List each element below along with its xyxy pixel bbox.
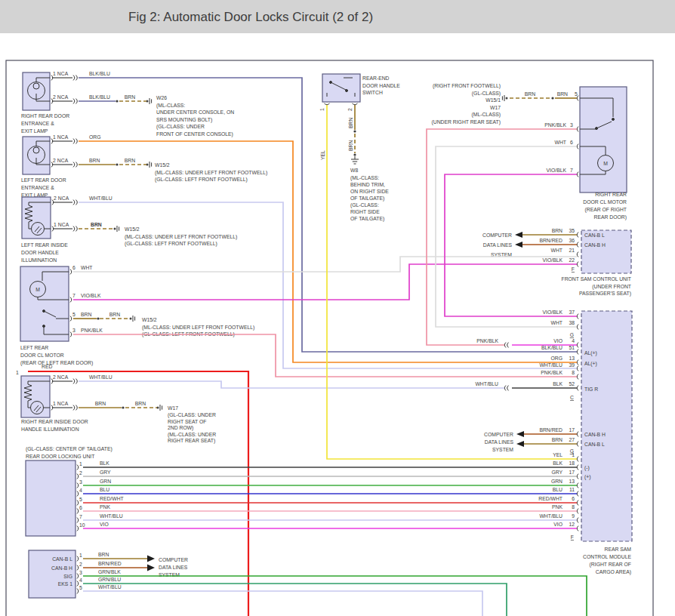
wire-color-label: ORG (89, 134, 100, 140)
note-line: W15/2 (155, 162, 170, 168)
note-line: (GL-CLASS: LEFT FRONT FOOTWELL) (155, 177, 248, 183)
component-label: CARGO AREA) (596, 569, 631, 575)
splice-dot (353, 153, 356, 156)
note-line: ON RIGHT SIDE (350, 189, 389, 194)
note-line: (ML-CLASS: (156, 103, 185, 109)
pin-number: 13 (569, 356, 575, 361)
wire-color-label: BLU (100, 487, 109, 492)
pin-number: 2 (79, 562, 82, 567)
note-line: OF TAILGATE) (350, 196, 384, 202)
note-line: W17 (168, 405, 178, 411)
port-label: TIG R (584, 387, 598, 392)
data-line-arrow-icon (515, 232, 522, 238)
wire-color-label: RED/WHT (100, 496, 124, 501)
wire-color-label: WHT (81, 265, 92, 270)
pin-number: 2 (53, 374, 56, 380)
note-line: (ML-CLASS) (471, 112, 501, 118)
wire-color-label: VIO/BLK (543, 257, 563, 263)
wire-color-label: VIO (100, 522, 109, 527)
component-box (581, 311, 632, 541)
pin-number: 52 (569, 381, 575, 387)
pin-number: 38 (569, 320, 575, 325)
pin-number: 51 (569, 345, 575, 350)
note-line: W15/2 (125, 226, 140, 232)
pin-number: 5 (575, 91, 578, 97)
wire-color-label: BRN (91, 222, 102, 227)
port-label: CAN-B H (51, 565, 72, 571)
pin-number: 2 (347, 108, 353, 111)
pin-number: 2 (79, 470, 82, 476)
w17-ground-note: W17 (GL-CLASS: UNDER RIGHT SEAT OF 2ND R… (157, 405, 217, 444)
ground-splice-icon (114, 226, 119, 232)
connector-section-letter: F (572, 266, 575, 272)
component-label: DOOR HANDLE (21, 250, 59, 255)
splice-dot (116, 163, 118, 165)
pin-number: 3 (570, 122, 573, 128)
wire-color-label: WHT (551, 320, 562, 325)
destination-label: COMPUTER (159, 557, 188, 562)
note-line: RIGHT SIDE (350, 209, 380, 214)
splice-dot (353, 130, 356, 132)
splice-dot (97, 317, 99, 319)
data-line-arrow-icon (147, 556, 155, 562)
component-label: REAR SAM (604, 547, 631, 552)
wire-color-label: BRN (348, 118, 353, 128)
component-box (580, 87, 627, 192)
note-line: (RIGHT FRONT FOOTWELL) (433, 83, 501, 89)
wire-color-label: YEL (320, 150, 325, 160)
wire-color-label: BRN (552, 228, 562, 233)
data-line-arrow-icon (516, 441, 524, 447)
pin-number: 21 (569, 248, 575, 253)
left-rear-door-cl-motor: M 6 WHT 7 VIO/BLK 5 BRN BRN 3 PNK/BLK LE… (20, 265, 120, 366)
wire-color-label: YEL (553, 452, 562, 457)
inline-connector-from-label: WHT/BLU (475, 381, 498, 387)
w26-ground-note: W26 (ML-CLASS: UNDER CENTER CONSOLE, ON … (146, 95, 235, 137)
left-rear-lamp: 1 NCA ORG 2 NCA BRN BRN LEFT REAR DOOR E… (21, 134, 135, 198)
ground-splice-icon (502, 95, 507, 101)
wire-blk-blu-lamp-to-pin51 (79, 78, 577, 352)
pin-number: 17 (569, 470, 575, 475)
pin-number: 35 (569, 228, 575, 233)
pin-number: 3 (72, 328, 76, 333)
wire-color-label: VIO (553, 522, 562, 527)
wire-wht-blu-illum-to-pin39 (79, 202, 577, 368)
note-line: BEHIND TRIM, (350, 182, 385, 187)
wire-color-label: BLK/BLU (89, 71, 110, 76)
pin-number: 2 (54, 196, 57, 201)
wire-color-label: RED (42, 364, 52, 369)
wire-color-label: VIO/BLK (81, 293, 101, 298)
splice-dot (116, 100, 118, 102)
pin-number: 2 (53, 94, 56, 100)
rear-door-locking-unit: (GL-CLASS: CENTER OF TAILGATE) REAR DOOR… (26, 446, 124, 536)
pin-nca-label: NCA (58, 196, 69, 201)
wires (73, 78, 587, 616)
wire-color-label: GRY (100, 470, 111, 475)
component-label: DOOR HANDLE (362, 83, 400, 88)
note-line: (ML-CLASS: (350, 175, 379, 181)
wire-color-label: BRN (557, 91, 568, 97)
pin-nca-label: NCA (57, 158, 69, 163)
splice-wire-label: BRN (109, 312, 120, 317)
wire-yel-switch-to-pin1 (327, 105, 577, 459)
ground-icon (351, 156, 359, 164)
pin-nca-label: NCA (58, 222, 69, 227)
note-line: (ML-CLASS: UNDER (168, 432, 216, 438)
pin-number: 1 (572, 452, 575, 457)
note-line: (ML-CLASS: UNDER LEFT FRONT FOOTWELL) (142, 325, 254, 331)
note-line: RIGHT REAR SEAT) (168, 438, 215, 444)
component-label: REAR DOOR) (594, 214, 627, 220)
wire-color-label: WHT (551, 248, 562, 253)
note-line: 2ND ROW) (168, 425, 193, 431)
pin-number: 1 (53, 134, 56, 140)
component-label: (REAR OF LEFT REAR DOOR) (20, 360, 93, 366)
note-line: RIGHT SEAT OF (168, 419, 206, 424)
wire-color-label: ORG (551, 356, 562, 361)
port-label: EKS 1 (58, 581, 72, 587)
pin-number: 13 (569, 479, 575, 484)
splice-dot (551, 97, 553, 99)
pin-number: 3 (79, 479, 82, 485)
port-label: CAN-B H (584, 242, 606, 248)
component-label: EXIT LAMP (21, 128, 48, 134)
wire-color-label: BRN (95, 401, 106, 406)
motor-letter: M (35, 287, 40, 292)
